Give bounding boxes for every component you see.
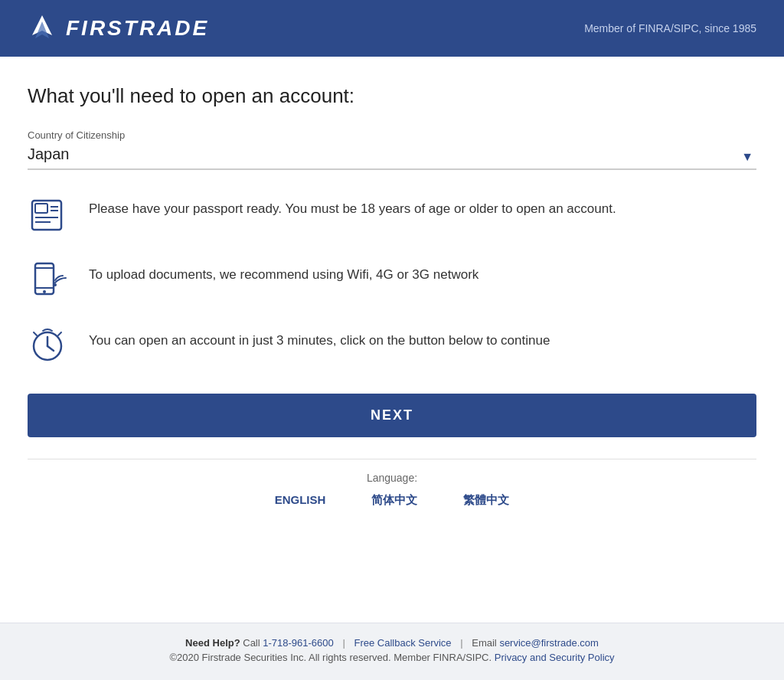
email-link[interactable]: service@firstrade.com [499,637,599,649]
country-select-wrapper[interactable]: Japan United States China Taiwan Other ▼ [28,145,756,170]
info-text-mobile: To upload documents, we recommend using … [89,259,479,285]
language-links: ENGLISH 简体中文 繁體中文 [28,493,756,508]
svg-line-15 [47,346,54,351]
page-title: What you'll need to open an account: [28,84,756,108]
list-item: To upload documents, we recommend using … [28,259,756,303]
main-content: What you'll need to open an account: Cou… [0,57,784,623]
country-label: Country of Citizenship [28,129,756,141]
next-button[interactable]: NEXT [28,394,756,437]
email-label: Email [472,637,497,649]
lang-english[interactable]: ENGLISH [275,493,326,508]
callback-link[interactable]: Free Callback Service [354,637,451,649]
logo-area: FIRSTRADE [28,14,209,43]
lang-traditional-chinese[interactable]: 繁體中文 [463,493,509,508]
passport-icon [28,193,72,237]
language-label: Language: [28,472,756,484]
need-help-label: Need Help? [185,637,240,649]
svg-line-16 [34,332,37,335]
info-text-clock: You can open an account in just 3 minute… [89,325,550,351]
footer-copyright-line: ©2020 Firstrade Securities Inc. All righ… [15,652,769,663]
svg-point-11 [43,290,46,293]
logo-text: FIRSTRADE [66,16,209,41]
info-text-passport: Please have your passport ready. You mus… [89,193,616,219]
list-item: Please have your passport ready. You mus… [28,193,756,237]
phone-link[interactable]: 1-718-961-6600 [263,637,334,649]
site-header: FIRSTRADE Member of FINRA/SIPC, since 19… [0,0,784,57]
site-footer: Need Help? Call 1-718-961-6600 | Free Ca… [0,623,784,680]
language-section: Language: ENGLISH 简体中文 繁體中文 [28,459,756,526]
clock-icon [28,325,72,369]
call-label: Call [243,637,263,649]
svg-point-12 [54,283,57,286]
country-select[interactable]: Japan United States China Taiwan Other [28,145,756,162]
list-item: You can open an account in just 3 minute… [28,325,756,369]
svg-rect-3 [35,204,47,213]
mobile-icon [28,259,72,303]
firstrade-logo-icon [28,14,57,43]
header-tagline: Member of FINRA/SIPC, since 1985 [584,22,756,34]
info-list: Please have your passport ready. You mus… [28,193,756,369]
footer-help-line: Need Help? Call 1-718-961-6600 | Free Ca… [15,637,769,649]
lang-simplified-chinese[interactable]: 简体中文 [371,493,417,508]
copyright-text: ©2020 Firstrade Securities Inc. All righ… [169,652,492,663]
svg-line-17 [58,332,61,335]
privacy-link[interactable]: Privacy and Security Policy [495,652,615,663]
